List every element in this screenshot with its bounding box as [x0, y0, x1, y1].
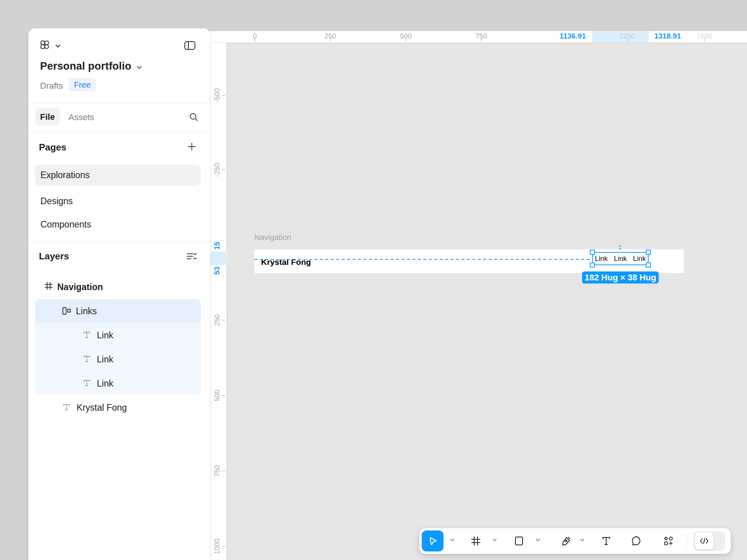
- page-item-label: Explorations: [40, 170, 90, 180]
- frame-tool-button[interactable]: [465, 530, 487, 551]
- horizontal-ruler[interactable]: 0 250 500 750 1136.91 1250 1318.91 1500: [210, 31, 747, 43]
- layer-label: Link: [97, 330, 113, 341]
- toggle-sidebar-icon[interactable]: [184, 40, 196, 51]
- layer-label: Navigation: [57, 282, 103, 292]
- frame-icon: [470, 535, 482, 547]
- add-page-icon[interactable]: [186, 141, 197, 152]
- frame-name-label[interactable]: Navigation: [254, 233, 291, 242]
- page-item-explorations[interactable]: Explorations: [35, 165, 201, 186]
- ruler-tick: [222, 471, 225, 471]
- actions-tool-button[interactable]: [658, 530, 679, 551]
- tab-file[interactable]: File: [35, 108, 60, 126]
- dev-mode-knob[interactable]: [695, 532, 714, 550]
- ruler-tick: [481, 38, 482, 42]
- size-badge: 182 Hug × 38 Hug: [582, 271, 659, 284]
- vertical-ruler[interactable]: -500 -250 15 53 250 500 750 1000: [210, 43, 227, 560]
- file-title[interactable]: Personal portfolio: [40, 60, 132, 72]
- comment-tool-button[interactable]: [625, 530, 647, 551]
- text-layer-icon: [82, 378, 91, 388]
- layer-label: Links: [76, 306, 97, 317]
- dev-mode-toggle[interactable]: [693, 531, 725, 551]
- page-item-designs[interactable]: Designs: [35, 191, 201, 212]
- layer-row-krystal-fong[interactable]: Krystal Fong: [28, 396, 210, 420]
- frame-icon: [44, 281, 54, 291]
- comment-icon: [630, 535, 642, 547]
- text-layer-icon: [82, 354, 91, 364]
- selection-handle-top-right[interactable]: [646, 250, 651, 255]
- file-title-chevron-icon[interactable]: [136, 65, 142, 69]
- layer-row-link[interactable]: Link: [28, 323, 210, 347]
- page-item-components[interactable]: Components: [35, 214, 201, 235]
- tab-file-label: File: [40, 112, 55, 122]
- selection-handle-bottom-left[interactable]: [590, 262, 595, 268]
- layer-label: Krystal Fong: [77, 402, 127, 413]
- divider: [28, 132, 210, 133]
- auto-layout-icon: [61, 306, 72, 316]
- ruler-label: 250: [213, 314, 221, 326]
- move-tool-button[interactable]: [422, 530, 444, 551]
- pen-icon: [560, 535, 572, 547]
- ruler-tick: [704, 38, 705, 42]
- ruler-selection-end-label: 1318.91: [654, 32, 681, 40]
- shape-tool-button[interactable]: [508, 530, 530, 551]
- nav-link[interactable]: Link: [614, 255, 627, 263]
- ruler-tick: [222, 546, 225, 547]
- pages-header: Pages: [39, 142, 67, 153]
- ruler-selection-end-label: 53: [213, 266, 221, 275]
- selection-handle-bottom-right[interactable]: [646, 262, 651, 268]
- page-item-label: Components: [40, 219, 91, 230]
- text-icon: [600, 535, 612, 547]
- frame-tool-chevron-icon[interactable]: [492, 538, 497, 542]
- ruler-label: -250: [213, 163, 221, 177]
- nav-link[interactable]: Link: [633, 255, 646, 263]
- text-layer-icon: [62, 402, 71, 412]
- shape-tool-chevron-icon[interactable]: [535, 538, 540, 542]
- ruler-label: 500: [213, 390, 221, 401]
- rectangle-icon: [513, 535, 525, 547]
- toolbar-divider: [686, 533, 687, 549]
- ruler-tick: [222, 395, 225, 396]
- layer-row-navigation[interactable]: Navigation: [28, 275, 210, 299]
- ruler-tick: [222, 170, 225, 170]
- padding-handle-dot[interactable]: [619, 245, 621, 247]
- figma-app: 0 250 500 750 1136.91 1250 1318.91 1500 …: [0, 0, 747, 560]
- code-icon: [699, 537, 709, 545]
- ruler-label: 750: [213, 465, 221, 477]
- selection-handle-top-left[interactable]: [590, 250, 595, 255]
- plan-badge[interactable]: Free: [68, 78, 96, 91]
- layer-row-link[interactable]: Link: [28, 347, 210, 371]
- ruler-tick: [222, 320, 225, 320]
- selection-box-links[interactable]: Link Link Link: [592, 252, 649, 265]
- search-icon[interactable]: [188, 112, 199, 122]
- text-tool-button[interactable]: [595, 530, 617, 551]
- layer-row-link[interactable]: Link: [28, 371, 210, 396]
- ruler-selection-band-v: [210, 252, 227, 265]
- page-item-label: Designs: [40, 196, 73, 206]
- ruler-tick: [627, 38, 628, 42]
- bottom-toolbar: [419, 528, 731, 554]
- ruler-label: -500: [213, 88, 221, 102]
- ruler-selection-start-label: 15: [213, 242, 221, 250]
- cursor-icon: [427, 536, 438, 546]
- pen-tool-chevron-icon[interactable]: [580, 538, 585, 542]
- file-location[interactable]: Drafts: [40, 81, 63, 91]
- ruler-tick: [222, 95, 225, 96]
- move-tool-chevron-icon[interactable]: [450, 538, 455, 542]
- canvas[interactable]: [227, 43, 747, 560]
- left-sidebar: Personal portfolio Drafts Free File Asse…: [28, 28, 210, 560]
- text-layer-icon: [82, 330, 91, 340]
- layer-options-icon[interactable]: [186, 250, 197, 262]
- divider: [28, 242, 210, 242]
- tab-assets[interactable]: Assets: [68, 112, 94, 122]
- ruler-tick: [330, 38, 331, 42]
- ruler-selection-start-label: 1136.91: [559, 32, 586, 40]
- ruler-tick: [254, 38, 255, 42]
- main-menu-chevron-icon[interactable]: [55, 44, 61, 48]
- layers-header: Layers: [39, 251, 69, 262]
- figma-logo-icon[interactable]: [39, 39, 51, 51]
- layer-row-links[interactable]: Links: [28, 299, 210, 323]
- nav-link[interactable]: Link: [595, 255, 608, 263]
- actions-icon: [663, 535, 674, 547]
- padding-handle-dot[interactable]: [619, 248, 621, 250]
- pen-tool-button[interactable]: [555, 530, 577, 551]
